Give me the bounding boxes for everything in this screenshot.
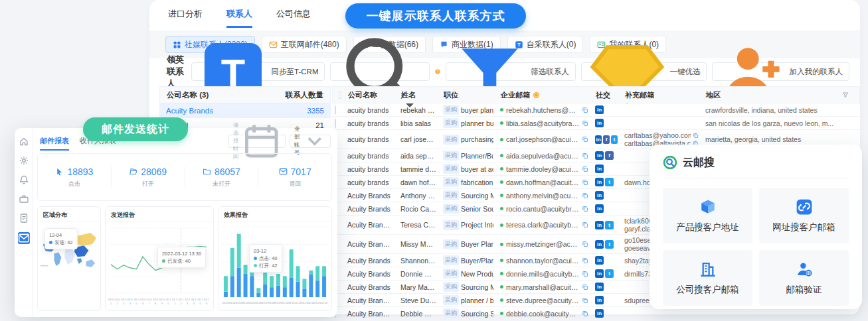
linkedin-icon[interactable]: in (595, 269, 604, 278)
svg-text:03-04: 03-04 (242, 302, 249, 304)
svg-text:?: ? (437, 70, 439, 74)
svg-text:03-0: 03-0 (140, 298, 146, 301)
cloud-card-label: 网址搜客户邮箱 (772, 222, 835, 233)
contact-company: Acuity Brands Lighting (344, 295, 397, 306)
source-chip[interactable]: 互联网邮件(480) (262, 36, 347, 53)
contact-email: rebekah.hutchens@acuitybrands.com (497, 105, 592, 115)
position-tag: 采购 (443, 135, 459, 145)
doc-icon[interactable] (19, 213, 29, 224)
contact-company: Acuity Brands (344, 204, 397, 214)
facebook-icon[interactable]: f (603, 135, 610, 144)
copy-icon[interactable] (582, 222, 588, 228)
cloud-card-产品搜客户地址[interactable]: 产品搜客户地址 (663, 188, 752, 243)
linkedin-contacts-title: 领英联系人 (167, 54, 191, 90)
toolbar-actions: T同步至T-CRM ? 筛选联系人 一键优选 加入我的联系人 (191, 62, 849, 81)
tab-邮件报表[interactable]: 邮件报表 (40, 136, 69, 151)
cloud-card-邮箱验证[interactable]: 邮箱验证 (759, 250, 849, 306)
filter-icon[interactable] (841, 91, 849, 99)
mail-icon[interactable] (18, 232, 30, 244)
email-stats-filters: 请选择时间 全部账号 (228, 135, 331, 148)
table-row: Acuity Brands LightingDebbie Cook采购Sourc… (332, 307, 860, 320)
svg-text:03-08: 03-08 (268, 302, 275, 304)
home-icon[interactable] (19, 136, 29, 147)
add-to-my-contacts-button[interactable]: 加入我的联系人 (712, 62, 849, 81)
linkedin-icon[interactable]: in (595, 105, 604, 114)
svg-text:03-0: 03-0 (115, 298, 121, 301)
copy-icon[interactable] (582, 136, 588, 143)
twitter-icon[interactable]: t (611, 135, 618, 144)
linkedin-icon[interactable]: in (595, 151, 604, 160)
copy-icon[interactable] (582, 179, 588, 186)
svg-text:7: 7 (148, 302, 150, 305)
copy-icon[interactable] (582, 120, 588, 127)
top-tab-bar: 进口分析联系人公司信息 (168, 8, 311, 28)
linkedin-icon[interactable]: in (595, 296, 604, 304)
contact-email: anthony.melvin@acuitybrands.com (497, 190, 592, 201)
email-text: mary.marshall@acuitybrands.com (506, 283, 579, 291)
twitter-icon[interactable]: t (605, 240, 614, 249)
facebook-icon[interactable]: f (605, 151, 614, 160)
linkedin-icon[interactable]: in (595, 221, 604, 229)
copy-icon[interactable] (582, 166, 588, 172)
filter-contacts-button[interactable]: 筛选联系人 (446, 62, 575, 81)
copy-icon[interactable] (582, 192, 588, 199)
linkedin-icon[interactable]: in (595, 178, 604, 186)
twitter-icon[interactable]: t (605, 178, 614, 186)
cloud-card-label: 邮箱验证 (786, 284, 822, 296)
row-checkbox[interactable] (335, 119, 336, 128)
cloud-card-公司搜客户邮箱[interactable]: 公司搜客户邮箱 (663, 250, 752, 306)
help-icon[interactable]: ? (435, 66, 440, 77)
position-search-box[interactable] (330, 62, 430, 81)
contact-email: debbie.cook@acuitybrands.com (497, 308, 592, 319)
copy-icon[interactable] (582, 310, 588, 317)
company-table-header: 公司名称 (3) 联系人数量 (159, 86, 331, 103)
twitter-icon[interactable]: t (605, 269, 614, 278)
select-all-checkbox[interactable] (339, 92, 341, 99)
valid-dot (500, 312, 503, 315)
date-range-input[interactable]: 请选择时间 (228, 135, 286, 148)
linkedin-icon[interactable]: in (595, 164, 604, 173)
copy-icon[interactable] (582, 206, 588, 212)
svg-text:6: 6 (206, 302, 208, 305)
tab-联系人[interactable]: 联系人 (226, 8, 252, 28)
linkedin-icon[interactable]: in (595, 204, 604, 213)
contact-company: acuity brands (344, 105, 397, 115)
account-select[interactable]: 全部账号 (290, 135, 331, 148)
cloud-card-label: 公司搜客户邮箱 (676, 284, 739, 296)
linkedin-icon[interactable]: in (595, 309, 604, 318)
linkedin-icon[interactable]: in (595, 256, 604, 265)
contact-social: int (592, 220, 621, 231)
tab-进口分析[interactable]: 进口分析 (168, 8, 203, 28)
contact-position: 采购Sourcing Manager - (440, 281, 497, 293)
cloud-card-网址搜客户邮箱[interactable]: 网址搜客户邮箱 (759, 188, 849, 243)
copy-icon[interactable] (582, 153, 588, 159)
briefcase-icon[interactable] (19, 194, 29, 204)
bell-icon[interactable] (19, 174, 29, 185)
linkedin-icon[interactable]: in (595, 191, 604, 200)
copy-icon[interactable] (693, 133, 699, 139)
copy-icon[interactable] (582, 297, 588, 304)
twitter-icon[interactable]: t (605, 221, 614, 229)
tab-公司信息[interactable]: 公司信息 (276, 8, 311, 28)
linkedin-icon[interactable]: in (595, 119, 604, 127)
copy-icon[interactable] (582, 257, 588, 264)
email-text: aida.sepulveda@acuitybrands.com (506, 152, 579, 160)
linkedin-icon[interactable]: in (595, 240, 604, 249)
row-checkbox[interactable] (335, 105, 336, 115)
folder-icon (203, 167, 211, 176)
linkedin-icon[interactable]: in (595, 283, 604, 291)
copy-icon[interactable] (582, 284, 588, 290)
linkedin-toolbar: 领英联系人 T同步至T-CRM ? 筛选联系人 一键优选 加入我的联系人 (149, 58, 860, 85)
linkedin-icon[interactable]: in (595, 135, 602, 144)
one-click-optimize-button[interactable]: 一键优选 (581, 62, 707, 81)
gear-icon[interactable] (19, 155, 29, 166)
copy-icon[interactable] (582, 241, 588, 247)
copy-icon[interactable] (582, 271, 588, 277)
svg-text:4: 4 (130, 302, 131, 305)
company-row[interactable]: Acuity Brands3355 (159, 103, 331, 118)
sync-tcrm-button[interactable]: T同步至T-CRM (191, 62, 325, 81)
cloud-panel-title: 云邮搜 (683, 156, 715, 170)
contact-company: acuity brands (344, 151, 397, 161)
copy-icon[interactable] (582, 107, 588, 113)
svg-text:03-1: 03-1 (185, 298, 191, 301)
